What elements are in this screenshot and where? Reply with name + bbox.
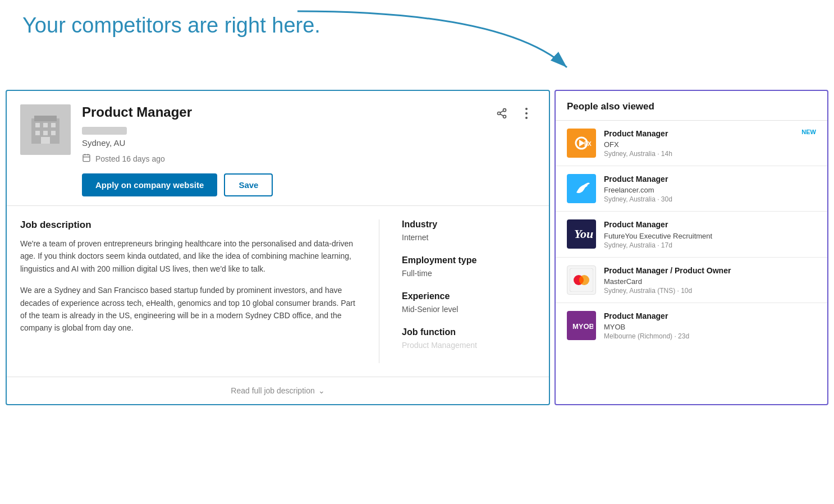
job-function-item: Job function Product Management (402, 327, 535, 350)
sidebar-title-row-2: Product Manager (604, 219, 816, 230)
experience-value: Mid-Senior level (402, 305, 535, 314)
sidebar-job-title-1: Product Manager (604, 174, 668, 184)
button-row: Apply on company website Save (82, 173, 535, 196)
sidebar-job-title-0: Product Manager (604, 129, 668, 139)
description-p1: We're a team of proven entrepreneurs bri… (20, 237, 356, 275)
svg-point-11 (498, 112, 501, 115)
svg-rect-6 (35, 131, 40, 135)
svg-text:MYOB: MYOB (572, 322, 593, 331)
apply-button[interactable]: Apply on company website (82, 173, 217, 196)
sidebar-location-3: Sydney, Australia (TNS) · 10d (604, 287, 816, 295)
svg-text:FX: FX (584, 141, 592, 147)
main-content: Product Manager (6, 90, 828, 405)
job-location: Sydney, AU (82, 138, 535, 148)
sidebar-item-4[interactable]: MYOB Product Manager MYOB Melbourne (Ric… (556, 303, 827, 348)
sidebar-info-3: Product Manager / Product Owner MasterCa… (604, 265, 816, 295)
sidebar-item-2[interactable]: You Product Manager FutureYou Executive … (556, 212, 827, 257)
company-name (82, 127, 127, 135)
job-function-value: Product Management (402, 341, 535, 350)
sidebar-location-0: Sydney, Australia · 14h (604, 150, 816, 158)
sidebar-location-2: Sydney, Australia · 17d (604, 241, 816, 249)
job-description: Job description We're a team of proven e… (20, 219, 379, 363)
save-button[interactable]: Save (224, 173, 273, 196)
sidebar-title-row-1: Product Manager (604, 174, 816, 184)
freelancer-logo (567, 174, 596, 203)
sidebar-title-row-3: Product Manager / Product Owner (604, 265, 816, 276)
svg-rect-4 (43, 123, 48, 127)
svg-rect-8 (51, 131, 56, 135)
building-icon (29, 113, 62, 146)
description-p2: We are a Sydney and San Francisco based … (20, 284, 356, 335)
industry-value: Internet (402, 233, 535, 242)
job-info: Product Manager (82, 104, 535, 196)
svg-rect-3 (35, 123, 40, 127)
sidebar-company-2: FutureYou Executive Recruitment (604, 232, 816, 240)
svg-rect-2 (34, 116, 57, 121)
sidebar-info-1: Product Manager Freelancer.com Sydney, A… (604, 174, 816, 203)
job-body: Job description We're a team of proven e… (7, 206, 549, 377)
posted-text: Posted 16 days ago (95, 154, 165, 163)
sidebar-info-2: Product Manager FutureYou Executive Recr… (604, 219, 816, 249)
job-meta: Industry Internet Employment type Full-t… (379, 219, 535, 363)
svg-rect-9 (41, 137, 50, 144)
ofx-logo: FX (567, 129, 596, 158)
sidebar-company-4: MYOB (604, 323, 816, 331)
industry-item: Industry Internet (402, 219, 535, 242)
new-badge-0: NEW (801, 129, 816, 135)
svg-rect-18 (83, 155, 90, 162)
svg-point-12 (503, 115, 506, 118)
svg-point-15 (525, 108, 528, 110)
calendar-icon (82, 153, 91, 164)
sidebar-item-0[interactable]: FX Product Manager NEW OFX Sydney, Austr… (556, 121, 827, 166)
sidebar-company-1: Freelancer.com (604, 186, 816, 194)
job-header: Product Manager (7, 91, 549, 206)
sidebar-item-1[interactable]: Product Manager Freelancer.com Sydney, A… (556, 166, 827, 212)
company-logo (20, 104, 71, 155)
job-panel: Product Manager (6, 90, 550, 405)
sidebar-title-row-0: Product Manager NEW (604, 129, 816, 139)
share-icon[interactable] (493, 104, 511, 122)
svg-point-17 (525, 117, 528, 119)
description-heading: Job description (20, 219, 356, 231)
sidebar-job-title-4: Product Manager (604, 311, 668, 321)
more-options-icon[interactable] (517, 104, 535, 122)
sidebar-heading: People also viewed (556, 91, 827, 121)
myob-logo: MYOB (567, 311, 596, 340)
futureyou-logo: You (567, 219, 596, 249)
experience-label: Experience (402, 291, 535, 301)
svg-text:You: You (574, 227, 593, 241)
sidebar-job-title-2: Product Manager (604, 219, 668, 230)
page-wrapper: Your competitors are right here. (0, 0, 834, 405)
read-more-label: Read full job description (231, 386, 314, 395)
sidebar-info-0: Product Manager NEW OFX Sydney, Australi… (604, 129, 816, 158)
sidebar-company-3: MasterCard (604, 277, 816, 286)
sidebar-location-4: Melbourne (Richmond) · 23d (604, 332, 816, 340)
sidebar-item-3[interactable]: Product Manager / Product Owner MasterCa… (556, 258, 827, 303)
read-more-button[interactable]: Read full job description ⌄ (7, 377, 549, 404)
sidebar-location-1: Sydney, Australia · 30d (604, 195, 816, 203)
svg-point-16 (525, 112, 528, 114)
job-title-row: Product Manager (82, 104, 535, 122)
sidebar-company-0: OFX (604, 140, 816, 149)
industry-label: Industry (402, 219, 535, 230)
svg-rect-5 (51, 123, 56, 127)
svg-rect-7 (43, 131, 48, 135)
sidebar-job-title-3: Product Manager / Product Owner (604, 265, 731, 276)
chevron-down-icon: ⌄ (318, 386, 325, 395)
sidebar-title-row-4: Product Manager (604, 311, 816, 321)
arrow-decoration (281, 6, 578, 84)
svg-line-14 (500, 111, 503, 112)
experience-item: Experience Mid-Senior level (402, 291, 535, 314)
employment-type-item: Employment type Full-time (402, 255, 535, 278)
employment-type-label: Employment type (402, 255, 535, 265)
banner: Your competitors are right here. (0, 0, 834, 90)
svg-point-10 (503, 109, 506, 112)
job-function-label: Job function (402, 327, 535, 337)
employment-type-value: Full-time (402, 269, 535, 278)
mastercard-logo (567, 265, 596, 295)
sidebar-info-4: Product Manager MYOB Melbourne (Richmond… (604, 311, 816, 340)
svg-line-13 (500, 114, 503, 116)
job-title: Product Manager (82, 104, 192, 120)
sidebar-panel: People also viewed FX Product Manager NE… (555, 90, 828, 405)
posted-date: Posted 16 days ago (82, 153, 535, 164)
